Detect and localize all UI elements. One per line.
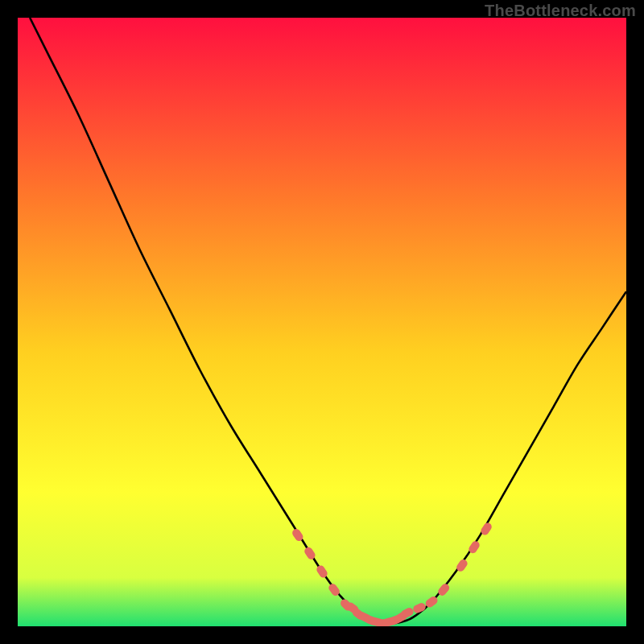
bottleneck-chart [18, 18, 626, 626]
chart-background [18, 18, 626, 626]
chart-frame: TheBottleneck.com [0, 0, 644, 644]
